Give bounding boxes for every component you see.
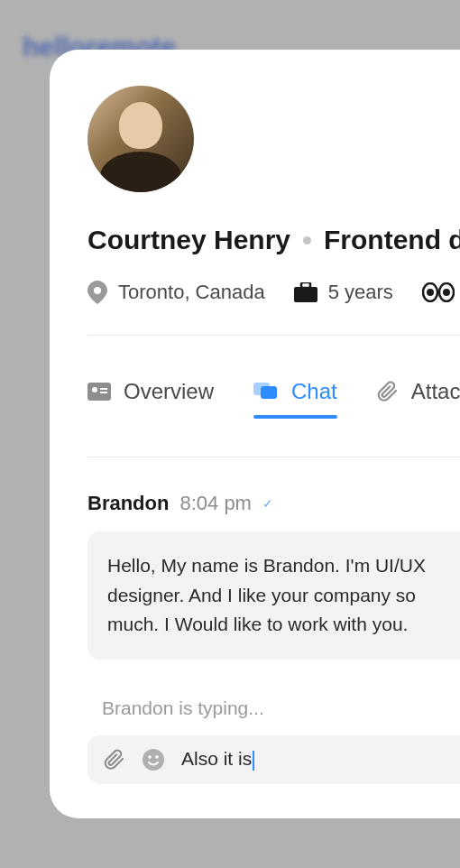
compose-box[interactable]: Also it is [87, 735, 460, 784]
eyes-icon [422, 282, 455, 302]
message-time: 8:04 pm [179, 492, 252, 515]
message-sender: Brandon [87, 492, 169, 515]
profile-panel: Courtney Henry Frontend de Toronto, Cana… [50, 50, 460, 818]
profile-name: Courtney Henry [87, 225, 290, 255]
location-text: Toronto, Canada [118, 281, 265, 304]
svg-point-12 [143, 749, 164, 771]
id-card-icon [87, 383, 111, 401]
chat-bubbles-icon [253, 381, 279, 402]
availability-item: A [422, 281, 460, 304]
tab-attachments-label: Attach [411, 379, 460, 404]
name-row: Courtney Henry Frontend de [87, 225, 460, 255]
divider [87, 457, 460, 457]
compose-input[interactable]: Also it is [181, 748, 254, 770]
tab-overview-label: Overview [124, 379, 214, 404]
paperclip-icon [377, 381, 399, 402]
svg-rect-9 [100, 392, 107, 393]
svg-point-14 [155, 755, 159, 759]
message-header: Brandon 8:04 pm ✓ [87, 492, 460, 515]
location-pin-icon [87, 281, 107, 304]
tab-chat[interactable]: Chat [253, 379, 337, 417]
experience-text: 5 years [328, 281, 393, 304]
experience-item: 5 years [294, 281, 393, 304]
attach-icon[interactable] [104, 749, 125, 771]
read-check-icon: ✓ [262, 496, 273, 511]
svg-rect-8 [100, 388, 107, 390]
profile-role: Frontend de [324, 225, 460, 255]
tab-attachments[interactable]: Attach [377, 379, 460, 417]
tab-chat-label: Chat [291, 379, 337, 404]
svg-point-3 [427, 289, 434, 296]
svg-rect-6 [87, 383, 111, 401]
compose-text-value: Also it is [181, 748, 252, 769]
tabs: Overview Chat Attach [87, 379, 460, 417]
svg-rect-11 [261, 386, 277, 399]
tab-overview[interactable]: Overview [87, 379, 214, 417]
location-item: Toronto, Canada [87, 281, 265, 304]
meta-row: Toronto, Canada 5 years A [87, 281, 460, 304]
text-cursor [253, 751, 254, 771]
svg-point-5 [443, 289, 450, 296]
svg-point-13 [148, 755, 152, 759]
message-bubble: Hello, My name is Brandon. I'm UI/UX des… [87, 531, 460, 660]
svg-point-7 [92, 387, 97, 392]
svg-rect-1 [301, 282, 310, 288]
separator-dot [303, 236, 311, 245]
message-text: Hello, My name is Brandon. I'm UI/UX des… [107, 555, 426, 634]
svg-rect-0 [294, 287, 317, 302]
typing-indicator: Brandon is typing... [87, 697, 460, 719]
divider [87, 335, 460, 336]
avatar [87, 86, 194, 192]
emoji-icon[interactable] [142, 748, 165, 771]
briefcase-icon [294, 282, 317, 302]
